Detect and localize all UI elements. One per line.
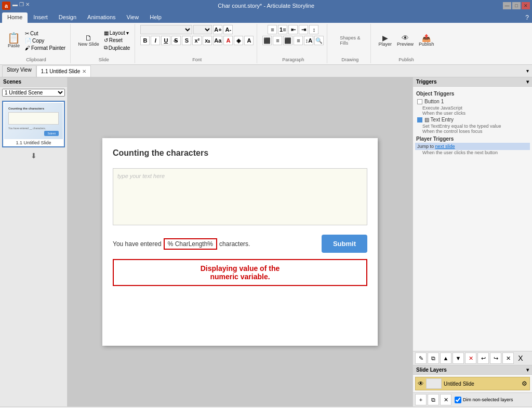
slide-arrow: ⬇ [2,152,65,160]
indent-left-button[interactable]: ⇤ [288,25,298,34]
italic-button[interactable]: I [151,36,160,45]
indent-right-button[interactable]: ⇥ [299,25,308,34]
cut-button[interactable]: ✂ Cut [23,30,67,37]
tab-animations[interactable]: Animations [82,12,121,23]
font-color-button[interactable]: A [223,36,233,45]
ribbon-group-paragraph: ≡ 1≡ ⇤ ⇥ ↕ ⬛ ≡ ⬛ ≡ ↕A 🔍 Paragraph [259,24,327,63]
trigger-copy-btn[interactable]: ⧉ [428,352,439,364]
layout-button[interactable]: ▦ Layout ▾ [102,30,132,36]
reset-button[interactable]: ↺ Reset [102,37,132,44]
slide-tab-close[interactable]: ✕ [82,69,86,74]
tab-view[interactable]: View [122,12,144,23]
text-entry-trigger-item[interactable]: ▨ Text Entry [415,116,530,124]
button1-trigger-item[interactable]: Button 1 [415,98,530,105]
slide-thumbnails: Counting the characters You have entered… [0,99,67,406]
submit-button[interactable]: Submit [322,235,367,253]
slide-layers-header: Slide Layers ▾ [413,365,532,375]
new-slide-button[interactable]: 🗋 New Slide [76,33,101,48]
trigger-toolbar: ✎ ⧉ ▲ ▼ ✕ ↩ ↪ ✕ X [413,351,532,365]
slide-tab[interactable]: 1.1 Untitled Slide ✕ [36,65,91,77]
trigger-javascript-btn[interactable]: X [515,352,526,364]
triggers-header: Triggers ▾ [413,77,532,87]
window-controls[interactable]: — □ ✕ [503,2,530,9]
scenes-header: Scenes [0,77,67,87]
layer-eye-icon[interactable]: 👁 [418,380,424,387]
format-painter-button[interactable]: 🖌 Format Painter [23,45,67,51]
layer-delete-btn[interactable]: ✕ [440,394,451,405]
align-text-button[interactable]: ↕A [304,36,313,45]
align-right-button[interactable]: ⬛ [283,36,292,45]
copy-button[interactable]: 📄 Copy [23,37,67,44]
tab-insert[interactable]: Insert [28,12,53,23]
text-direction-button[interactable]: ↕ [309,25,318,34]
align-center-button[interactable]: ≡ [273,36,282,45]
scene-select[interactable]: 1 Untitled Scene [2,89,65,97]
layer-thumbnail [426,378,442,389]
grow-font-button[interactable]: A+ [213,25,222,34]
player-trigger-item[interactable]: Jump to next slide [415,143,530,150]
slide-thumbnail[interactable]: Counting the characters You have entered… [2,101,65,147]
right-panel: Triggers ▾ Object Triggers Button 1 Exec… [413,77,532,406]
find-text-button[interactable]: 🔍 [314,36,324,45]
maximize-btn[interactable]: □ [512,2,521,9]
layer-settings-icon[interactable]: ⚙ [522,380,527,387]
tab-bar: Story View 1.1 Untitled Slide ✕ ▾ [0,65,532,77]
preview-button[interactable]: 👁 Preview [395,33,416,48]
layer-add-btn[interactable]: + [415,394,427,405]
layers-collapse[interactable]: ▾ [526,367,529,373]
trigger-undo-btn[interactable]: ↩ [477,352,489,364]
tab-design[interactable]: Design [54,12,82,23]
trigger-clear-btn[interactable]: ✕ [502,352,514,364]
text-effect-button[interactable]: A [244,36,254,45]
highlight-button[interactable]: ◈ [234,36,243,45]
triggers-collapse[interactable]: ▾ [526,79,529,85]
superscript-button[interactable]: x² [192,36,202,45]
trigger-move-down-btn[interactable]: ▼ [453,352,464,364]
case-button[interactable]: Aa [213,36,222,45]
justify-button[interactable]: ≡ [294,36,303,45]
underline-button[interactable]: U [161,36,170,45]
help-icon[interactable]: ? [522,12,532,23]
strikethrough-button[interactable]: S̶ [171,36,181,45]
dim-layers-checkbox[interactable] [455,397,461,403]
paste-button[interactable]: 📋 Paste [5,32,22,49]
trigger-redo-btn[interactable]: ↪ [490,352,501,364]
tab-help[interactable]: Help [144,12,167,23]
trigger2-action: Set TextEntry equal to the typed value [415,124,530,129]
tab-home[interactable]: Home [2,12,28,23]
bold-button[interactable]: B [140,36,150,45]
trigger-edit-btn[interactable]: ✎ [415,352,427,364]
reset-icon: ↺ [104,37,108,43]
shadow-button[interactable]: S [182,36,191,45]
trigger-delete-btn[interactable]: ✕ [465,352,476,364]
layer-copy-btn[interactable]: ⧉ [428,394,439,405]
text-entry-box[interactable]: type your text here [113,168,367,225]
align-left-button[interactable]: ⬛ [262,36,272,45]
bullets-button[interactable]: ≡ [268,25,277,34]
slide-canvas: Counting the characters type your text h… [102,138,378,346]
close-btn[interactable]: ✕ [522,2,530,9]
trigger-move-up-btn[interactable]: ▲ [440,352,451,364]
duplicate-button[interactable]: ⧉ Duplicate [102,44,132,51]
publish-button[interactable]: 📤 Publish [417,33,436,48]
object-triggers-title: Object Triggers [415,89,530,98]
layers-content: 👁 Untitled Slide ⚙ [413,375,532,392]
slide-layers: Slide Layers ▾ 👁 Untitled Slide ⚙ + ⧉ ✕ … [413,365,532,406]
player-button[interactable]: ▶ Player [376,33,394,48]
subscript-button[interactable]: x₂ [203,36,212,45]
shrink-font-button[interactable]: A- [223,25,233,34]
layer-item[interactable]: 👁 Untitled Slide ⚙ [415,377,530,390]
main-area: Scenes 1 Untitled Scene Counting the cha… [0,77,532,406]
dim-layers-label[interactable]: Dim non-selected layers [455,394,513,405]
duplicate-icon: ⧉ [104,45,108,51]
font-name-select[interactable] [140,25,192,34]
preview-icon: 👁 [402,34,409,42]
panel-toggle[interactable]: ▾ [523,67,532,75]
font-size-select[interactable] [193,25,212,34]
next-slide-link[interactable]: next slide [435,144,455,149]
paste-icon: 📋 [7,33,20,43]
story-view-button[interactable]: Story View [2,65,36,77]
minimize-btn[interactable]: — [503,2,511,9]
numbering-button[interactable]: 1≡ [278,25,287,34]
left-panel: Scenes 1 Untitled Scene Counting the cha… [0,77,68,406]
